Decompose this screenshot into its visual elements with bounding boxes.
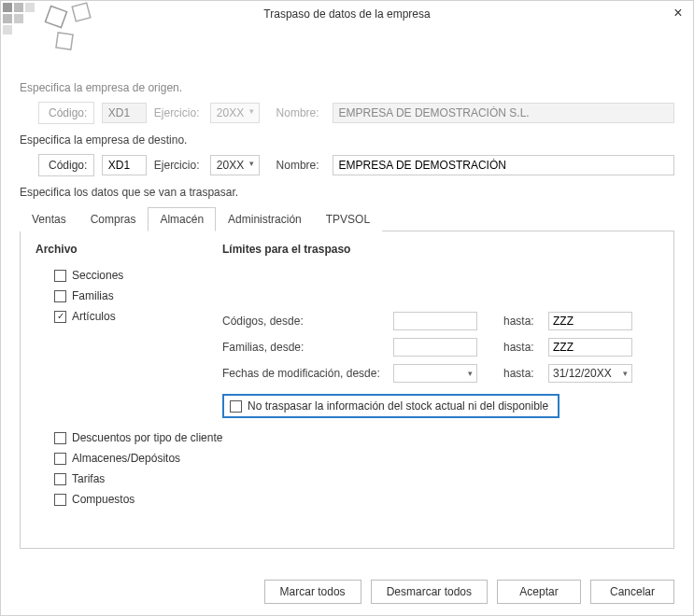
svg-rect-7: [72, 3, 91, 21]
dest-ejercicio-select[interactable]: 20XX: [210, 155, 260, 175]
svg-rect-6: [45, 6, 66, 27]
svg-rect-3: [14, 14, 23, 23]
checkbox-no-traspasar[interactable]: [230, 400, 242, 413]
origin-codigo-label: Código:: [38, 102, 94, 124]
checkbox-icon[interactable]: [54, 311, 66, 323]
checkbox-icon[interactable]: [54, 432, 66, 444]
checkbox-descuentos[interactable]: Descuentos por tipo de cliente: [54, 431, 659, 444]
tab-panel-almacen: Archivo Secciones Familias Artículos Lím…: [20, 231, 674, 549]
checkbox-icon[interactable]: [54, 290, 66, 302]
familias-row: Familias, desde: hasta:: [222, 338, 659, 357]
dest-ejercicio-label: Ejercicio:: [154, 159, 203, 172]
checkbox-label: Compuestos: [72, 493, 135, 506]
codigos-hasta-input[interactable]: [548, 312, 632, 330]
svg-rect-2: [3, 14, 12, 23]
no-traspasar-label: No traspasar la información del stock ac…: [248, 399, 548, 413]
familias-hasta-input[interactable]: [548, 338, 632, 357]
checkbox-label: Familias: [72, 289, 114, 302]
dest-codigo-input[interactable]: [102, 155, 147, 175]
tab-tpvsol[interactable]: TPVSOL: [314, 207, 382, 231]
footer-buttons: Marcar todos Desmarcar todos Aceptar Can…: [264, 580, 674, 604]
tab-almacen[interactable]: Almacén: [148, 207, 216, 231]
tabs: Ventas Compras Almacén Administración TP…: [20, 206, 674, 231]
svg-rect-0: [3, 3, 12, 12]
checkbox-label: Tarifas: [72, 472, 105, 485]
origin-ejercicio-select: 20XX: [210, 103, 260, 123]
fechas-desde-input[interactable]: [393, 364, 477, 383]
titlebar: Traspaso de datos de la empresa ×: [1, 1, 693, 27]
tab-ventas[interactable]: Ventas: [20, 207, 78, 231]
dest-nombre-label: Nombre:: [276, 159, 325, 172]
fechas-row: Fechas de modificación, desde: hasta: 31…: [222, 364, 659, 383]
aceptar-button[interactable]: Aceptar: [497, 580, 581, 604]
app-logo: [1, 1, 104, 57]
svg-rect-8: [56, 33, 73, 49]
origin-section-label: Especifica la empresa de origen.: [20, 81, 674, 94]
hasta-label: hasta:: [503, 315, 541, 328]
checkbox-icon[interactable]: [54, 494, 66, 506]
codigos-desde-input[interactable]: [393, 312, 477, 330]
hasta-label: hasta:: [503, 367, 541, 380]
checkbox-compuestos[interactable]: Compuestos: [54, 493, 659, 506]
archivo-header: Archivo: [35, 243, 222, 256]
no-traspasar-highlight: No traspasar la información del stock ac…: [222, 394, 559, 418]
desmarcar-todos-button[interactable]: Desmarcar todos: [371, 580, 488, 604]
checkbox-icon[interactable]: [54, 270, 66, 282]
checkbox-label: Almacenes/Depósitos: [72, 452, 180, 465]
codigos-desde-label: Códigos, desde:: [222, 315, 386, 328]
checkbox-secciones[interactable]: Secciones: [54, 269, 222, 282]
dialog-content: Especifica la empresa de origen. Código:…: [1, 64, 693, 549]
tab-compras[interactable]: Compras: [78, 207, 149, 231]
marcar-todos-button[interactable]: Marcar todos: [264, 580, 361, 604]
checkbox-icon[interactable]: [54, 473, 66, 485]
cancelar-button[interactable]: Cancelar: [590, 580, 674, 604]
hasta-label: hasta:: [503, 341, 541, 354]
checkbox-articulos[interactable]: Artículos: [54, 310, 222, 323]
origin-codigo-input: [102, 103, 147, 123]
fechas-hasta-input[interactable]: 31/12/20XX: [548, 364, 632, 383]
checkbox-label: Descuentos por tipo de cliente: [72, 431, 222, 444]
checkbox-tarifas[interactable]: Tarifas: [54, 472, 659, 485]
limites-header: Límites para el traspaso: [222, 243, 659, 256]
close-icon[interactable]: ×: [671, 7, 686, 21]
origin-row: Código: Ejercicio: 20XX Nombre:: [38, 102, 674, 124]
data-section-label: Especifica los datos que se van a traspa…: [20, 186, 674, 199]
codigos-row: Códigos, desde: hasta:: [222, 312, 659, 330]
svg-rect-4: [25, 3, 35, 12]
dest-section-label: Especifica la empresa de destino.: [20, 133, 674, 147]
checkbox-label: Secciones: [72, 269, 123, 282]
svg-rect-1: [14, 3, 23, 12]
familias-desde-input[interactable]: [393, 338, 477, 357]
checkbox-almacenes[interactable]: Almacenes/Depósitos: [54, 452, 659, 465]
familias-desde-label: Familias, desde:: [222, 341, 386, 354]
origin-ejercicio-label: Ejercicio:: [154, 106, 203, 119]
dest-nombre-input[interactable]: [333, 155, 674, 175]
fechas-desde-label: Fechas de modificación, desde:: [222, 367, 386, 380]
svg-rect-5: [3, 25, 12, 35]
checkbox-familias[interactable]: Familias: [54, 289, 222, 302]
window-title: Traspaso de datos de la empresa: [263, 7, 430, 21]
checkbox-icon[interactable]: [54, 453, 66, 465]
checkbox-label: Artículos: [72, 310, 116, 323]
dest-row: Código: Ejercicio: 20XX Nombre:: [38, 154, 674, 176]
dest-codigo-label[interactable]: Código:: [38, 154, 94, 176]
tab-administracion[interactable]: Administración: [216, 207, 314, 231]
origin-nombre-input: [333, 103, 674, 123]
origin-nombre-label: Nombre:: [276, 106, 325, 119]
